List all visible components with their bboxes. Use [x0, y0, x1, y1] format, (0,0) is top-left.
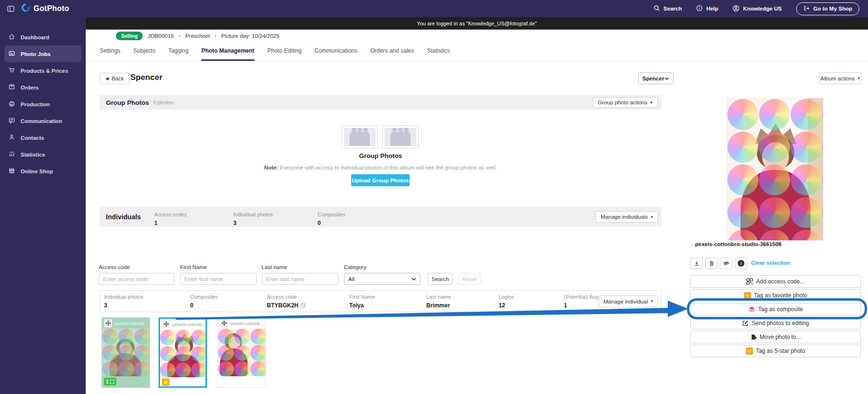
- hide-photo-button[interactable]: [720, 258, 732, 269]
- back-label: Back: [112, 76, 124, 81]
- qr-code-icon: [746, 278, 753, 285]
- gotphoto-logo[interactable]: GotPhoto: [21, 3, 69, 14]
- sidebar-item-production[interactable]: Production: [4, 96, 81, 113]
- sidebar-nav: Dashboard Photo Jobs Products & Prices O…: [0, 17, 86, 394]
- copy-icon[interactable]: [300, 302, 306, 310]
- tag-composite-button[interactable]: Tag as composite: [690, 303, 861, 315]
- manage-individuals-button[interactable]: Manage individuals ▾: [595, 211, 658, 223]
- bullet-separator: •: [179, 33, 181, 39]
- five-star-dots-icon: [746, 348, 753, 355]
- add-access-code-button[interactable]: Add access code...: [690, 275, 861, 288]
- sidebar-item-photo-jobs[interactable]: Photo Jobs: [4, 45, 81, 62]
- selected-photo-filename: pexels-cottonbro-studio-3661508: [695, 241, 781, 247]
- tab-settings[interactable]: Settings: [100, 47, 120, 61]
- first-name-label: First Name: [180, 264, 207, 270]
- tag-favorite-button[interactable]: Tag as favorite photo: [690, 289, 861, 302]
- account-menu[interactable]: Knowledge US: [732, 5, 782, 13]
- sidebar-item-products-prices[interactable]: Products & Prices: [4, 62, 81, 79]
- category-select[interactable]: All: [344, 273, 421, 285]
- cell-first-name: First Name Tolya: [349, 294, 375, 309]
- last-name-label: Last name: [262, 264, 287, 270]
- sidebar-item-communication[interactable]: Communication: [4, 113, 81, 129]
- clear-selection-link[interactable]: Clear selection: [751, 260, 790, 266]
- tag-5-star-button[interactable]: Tag as 5-star photo: [690, 345, 861, 357]
- album-select[interactable]: Spencer: [638, 72, 674, 84]
- trash-icon: [708, 260, 715, 267]
- cell-access-code: Access code BTYBGK2H: [267, 294, 306, 310]
- thumbnail-filename: pexels-cottonb...: [172, 322, 204, 327]
- sidebar-item-statistics[interactable]: Statistics: [4, 146, 81, 163]
- tab-photo-management[interactable]: Photo Management: [201, 47, 254, 61]
- impersonation-banner: You are logged in as "Knowledge_US@fotog…: [86, 17, 868, 30]
- group-photo-actions-button[interactable]: Group photo actions ▾: [593, 97, 658, 108]
- download-button[interactable]: [690, 258, 703, 269]
- tab-photo-editing[interactable]: Photo Editing: [267, 47, 301, 61]
- buyer-count-link[interactable]: 1: [564, 302, 567, 309]
- move-photo-button[interactable]: Move photo to...: [690, 331, 861, 343]
- composite-layers-icon: [748, 306, 755, 313]
- first-name-input[interactable]: [180, 273, 257, 285]
- account-label: Knowledge US: [743, 6, 782, 11]
- photo-thumbnail-1[interactable]: pexels-cottonb... 1: [102, 317, 150, 388]
- chat-icon: [8, 117, 15, 125]
- album-title: Spencer: [130, 73, 162, 82]
- search-menu[interactable]: Search: [653, 5, 682, 12]
- sidebar-item-online-shop[interactable]: Online Shop: [4, 163, 81, 180]
- manage-individual-button[interactable]: Manage individual ▾: [599, 295, 658, 307]
- sidebar-item-dashboard[interactable]: Dashboard: [4, 29, 81, 45]
- tab-tagging[interactable]: Tagging: [168, 47, 188, 61]
- printer-icon: [8, 100, 15, 108]
- help-menu[interactable]: Help: [696, 5, 718, 12]
- access-code-link[interactable]: BTYBGK2H: [267, 302, 298, 309]
- search-button[interactable]: Search: [428, 273, 453, 285]
- album-actions-button[interactable]: Album actions ▾: [819, 72, 861, 84]
- sidebar-item-orders[interactable]: Orders: [4, 79, 81, 96]
- photo-thumbnail-3[interactable]: pexels-cottonb...: [217, 317, 266, 388]
- home-icon: [8, 33, 15, 41]
- search-icon: [653, 5, 660, 12]
- sidebar-item-label: Dashboard: [21, 34, 49, 40]
- caret-down-icon: ▾: [651, 299, 653, 304]
- note-text: Everyone with access to individual photo…: [280, 165, 497, 170]
- top-navbar: GotPhoto Search Help Knowledge US Go to …: [0, 0, 868, 17]
- tab-communications[interactable]: Communications: [315, 47, 357, 61]
- last-name-input[interactable]: [262, 273, 338, 285]
- tab-statistics[interactable]: Statistics: [427, 47, 450, 61]
- move-handle-icon[interactable]: [220, 319, 228, 327]
- info-button[interactable]: i: [735, 258, 747, 269]
- info-icon: i: [738, 260, 744, 267]
- back-button[interactable]: ◀ Back: [100, 73, 130, 84]
- delete-button[interactable]: [705, 258, 718, 269]
- reset-button[interactable]: Reset: [458, 273, 480, 285]
- upload-group-photos-button[interactable]: Upload Group Photos: [351, 174, 410, 186]
- sidebar-item-label: Products & Prices: [21, 68, 68, 74]
- gotphoto-app: GotPhoto Search Help Knowledge US Go to …: [0, 0, 868, 394]
- bullet-separator: •: [215, 33, 217, 39]
- caret-down-icon: ▾: [651, 215, 653, 219]
- access-code-input[interactable]: [99, 273, 174, 285]
- move-handle-icon[interactable]: [162, 320, 170, 328]
- tab-orders-and-sales[interactable]: Orders and sales: [370, 47, 414, 61]
- selected-photo-preview[interactable]: [727, 98, 823, 240]
- brand-name: GotPhoto: [34, 4, 69, 13]
- thumbnail-photo: [102, 328, 149, 376]
- sidebar-item-label: Online Shop: [21, 169, 53, 174]
- move-handle-icon[interactable]: [104, 319, 112, 327]
- sidebar-item-label: Communication: [21, 118, 62, 124]
- cart-icon: [8, 67, 15, 75]
- group-photos-count: 0 photos: [153, 100, 173, 105]
- composite-crop-icon: [110, 379, 114, 384]
- external-shop-icon: [803, 5, 810, 12]
- sidebar-toggle-icon[interactable]: [6, 4, 15, 13]
- favorite-icon: [744, 292, 751, 299]
- tab-subjects[interactable]: Subjects: [133, 47, 155, 61]
- box-icon: [8, 83, 15, 91]
- photo-thumbnail-2-selected[interactable]: pexels-cottonb... ★: [159, 317, 207, 388]
- job-id: JOB00015: [148, 33, 173, 39]
- sidebar-item-contacts[interactable]: Contacts: [4, 129, 81, 146]
- chevron-down-icon: [664, 76, 669, 81]
- send-to-editing-button[interactable]: Send photos to editing: [690, 317, 861, 329]
- album-select-value: Spencer: [642, 76, 664, 81]
- go-to-my-shop-button[interactable]: Go to My Shop: [796, 2, 859, 15]
- group-photos-title: Group Photos: [106, 99, 149, 106]
